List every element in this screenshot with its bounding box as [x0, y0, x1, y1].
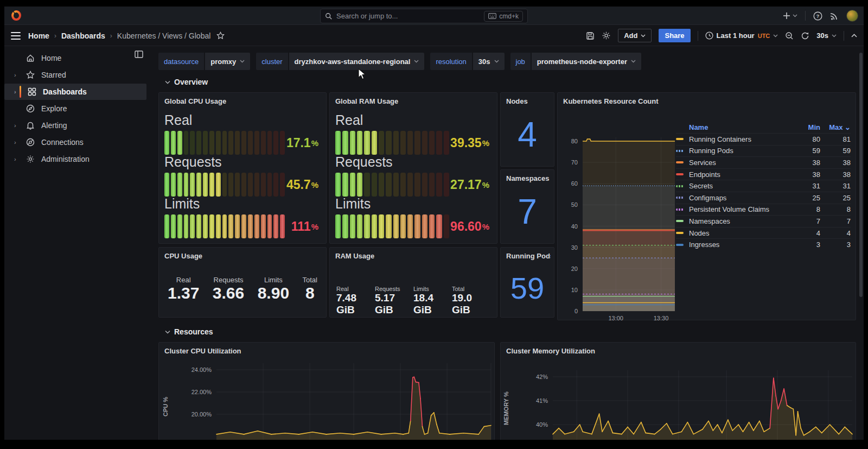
panel-title[interactable]: RAM Usage	[335, 252, 374, 260]
metric-total: Total8	[303, 276, 317, 302]
filter-value-dropdown[interactable]: 30s	[473, 53, 505, 70]
legend-row: Configmaps2525	[676, 192, 851, 204]
breadcrumb-dashboards[interactable]: Dashboards	[61, 31, 105, 40]
save-dashboard-icon[interactable]	[586, 31, 595, 40]
grafana-logo-icon[interactable]	[10, 9, 23, 22]
chevron-down-icon	[641, 34, 646, 37]
cluster-memory-chart[interactable]: 42%41%40%MEMORY %	[501, 343, 857, 440]
refresh-interval-picker[interactable]: 30s	[816, 31, 837, 40]
sidebar-item-alerting[interactable]: › Alerting	[4, 117, 146, 134]
filter-cluster[interactable]: cluster dryzhkov-aws-standalone-regional	[256, 53, 424, 70]
legend-series-name[interactable]: Running Containers	[689, 135, 795, 143]
legend-series-name[interactable]: Services	[689, 159, 795, 167]
legend-series-name[interactable]: Running Pods	[689, 147, 795, 155]
stat-value: 7	[501, 192, 554, 232]
legend-series-name[interactable]: Persistent Volume Claims	[689, 205, 795, 213]
help-icon[interactable]: ?	[813, 11, 822, 21]
favorite-star-icon[interactable]	[216, 31, 225, 40]
panel-title[interactable]: Running Pods	[506, 252, 551, 260]
filter-job[interactable]: job prometheus-node-exporter	[510, 53, 642, 70]
news-rss-icon[interactable]	[830, 11, 839, 20]
breadcrumb-separator: ›	[110, 32, 112, 40]
sidebar-item-label: Dashboards	[43, 87, 87, 96]
resource-count-chart[interactable]: 0102030405060708013:0013:30	[558, 93, 688, 321]
svg-text:MEMORY %: MEMORY %	[503, 391, 509, 425]
compass-icon	[25, 104, 36, 113]
legend-row: Services3838	[676, 156, 851, 168]
lcd-gauge-cpu-requests	[164, 173, 285, 197]
panel-title[interactable]: Namespaces	[506, 174, 550, 182]
new-dropdown-button[interactable]	[783, 12, 797, 20]
panel-title[interactable]: CPU Usage	[164, 252, 202, 260]
panel-title[interactable]: Nodes	[506, 97, 528, 105]
legend-row: Secrets3131	[676, 180, 851, 192]
legend-swatch	[676, 197, 684, 199]
legend-swatch	[676, 244, 684, 246]
zoom-out-icon[interactable]	[785, 31, 794, 40]
lcd-gauge-ram-requests	[335, 173, 449, 197]
legend-series-name[interactable]: Configmaps	[689, 194, 795, 202]
filter-resolution[interactable]: resolution 30s	[430, 53, 504, 70]
breadcrumb-home[interactable]: Home	[28, 31, 49, 40]
gauge-value: 17.1%	[286, 131, 318, 155]
legend-swatch	[676, 208, 684, 211]
chevron-down-icon	[414, 60, 419, 63]
add-panel-button[interactable]: Add	[618, 29, 652, 42]
filter-value-dropdown[interactable]: dryzhkov-aws-standalone-regional	[289, 53, 425, 70]
legend-series-name[interactable]: Namespaces	[689, 217, 795, 225]
sidebar-item-explore[interactable]: Explore	[4, 100, 146, 117]
legend-header-name[interactable]: Name	[689, 123, 795, 131]
section-overview[interactable]: Overview	[165, 78, 208, 86]
metric-requests: Requests5.17 GiB	[375, 286, 413, 316]
time-range-picker[interactable]: Last 1 hour UTC	[705, 31, 778, 40]
gauge-value: 39.35%	[450, 131, 489, 155]
legend-series-name[interactable]: Nodes	[689, 229, 795, 237]
cluster-cpu-chart[interactable]: 24.00%22.00%20.00%CPU %	[159, 343, 495, 440]
chevron-right-icon[interactable]: ›	[14, 139, 22, 146]
filter-datasource[interactable]: datasource promxy	[158, 53, 250, 70]
vertical-scrollbar[interactable]	[859, 53, 863, 297]
section-title: Resources	[174, 327, 213, 336]
chevron-right-icon[interactable]: ›	[14, 88, 22, 95]
share-button[interactable]: Share	[659, 29, 690, 42]
chevron-right-icon[interactable]: ›	[14, 122, 22, 129]
svg-text:50: 50	[571, 201, 578, 208]
sidebar-item-home[interactable]: Home	[4, 50, 146, 66]
svg-text:30: 30	[571, 244, 578, 251]
dashboard-settings-icon[interactable]	[602, 31, 611, 40]
metric-real: Real1.37	[168, 276, 199, 302]
shortcut-label: cmd+k	[499, 12, 519, 20]
sidebar-item-administration[interactable]: › Administration	[4, 151, 146, 167]
legend-series-name[interactable]: Secrets	[689, 182, 795, 190]
filter-value-dropdown[interactable]: promxy	[205, 53, 250, 70]
panel-title[interactable]: Global RAM Usage	[335, 97, 398, 105]
lcd-gauge-ram-limits	[335, 214, 449, 238]
metric-real: Real7.48 GiB	[336, 286, 375, 316]
section-title: Overview	[174, 78, 208, 86]
svg-text:42%: 42%	[536, 374, 548, 380]
sidebar-item-dashboards[interactable]: › Dashboards	[4, 84, 146, 100]
user-avatar[interactable]	[846, 10, 858, 22]
metric-limits: Limits8.90	[258, 276, 289, 302]
legend-header: Name Min Max ⌄	[676, 121, 851, 133]
sidebar-item-label: Home	[41, 54, 61, 62]
legend-header-max[interactable]: Max ⌄	[820, 123, 851, 131]
sidebar-item-starred[interactable]: › Starred	[4, 67, 146, 83]
legend-header-min[interactable]: Min	[795, 123, 820, 131]
legend-series-name[interactable]: Endpoints	[689, 170, 795, 179]
refresh-icon[interactable]	[801, 31, 809, 40]
panel-global-ram-usage: Global RAM Usage Real 39.35% Requests 27…	[329, 92, 497, 244]
search-input[interactable]: Search or jump to... cmd+k	[320, 9, 528, 23]
filter-value: promxy	[210, 58, 236, 66]
chevron-right-icon[interactable]: ›	[14, 72, 22, 78]
panel-title[interactable]: Global CPU Usage	[164, 97, 226, 105]
legend-series-name[interactable]: Ingresses	[689, 241, 795, 249]
collapse-toolbar-icon[interactable]	[851, 34, 857, 37]
chevron-right-icon[interactable]: ›	[14, 156, 22, 162]
section-resources[interactable]: Resources	[165, 327, 213, 336]
star-icon	[25, 71, 36, 79]
sidebar-item-connections[interactable]: › Connections	[4, 134, 146, 150]
gear-icon	[25, 155, 36, 163]
filter-value-dropdown[interactable]: prometheus-node-exporter	[532, 53, 641, 70]
mega-menu-toggle[interactable]	[11, 32, 21, 40]
